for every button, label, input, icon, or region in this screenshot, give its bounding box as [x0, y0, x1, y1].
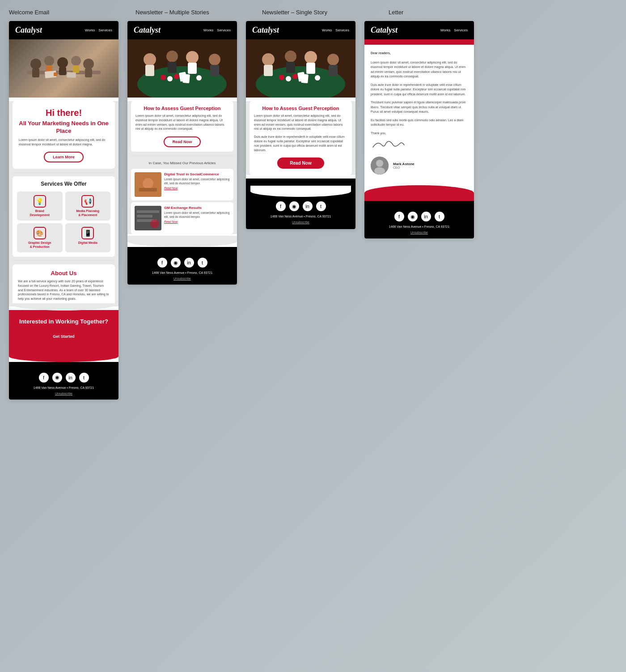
welcome-heading: Hi there!	[19, 107, 109, 118]
letter-para-1: Lorem ipsum dolor sit amet, consectetur …	[371, 60, 468, 79]
ns-social-icons: f ◉ in t	[250, 201, 351, 211]
welcome-logo: Catalyst	[15, 26, 42, 35]
ns-nav-works[interactable]: Works	[322, 28, 332, 32]
nm-main-article: How to Assess Guest Perception Lorem ips…	[131, 101, 233, 152]
service-brand-label: BrandDevelopment	[19, 209, 61, 217]
nm-facebook-icon[interactable]: f	[157, 258, 167, 268]
ns-instagram-icon[interactable]: ◉	[289, 201, 299, 211]
letter-social-icons: f ◉ in t	[369, 212, 470, 221]
about-body: We are a full-service agency with over 2…	[18, 279, 110, 301]
brand-icon: 💡	[34, 195, 46, 208]
label-newsletter-single: Newsletter – Single Story	[262, 9, 372, 16]
nm-nav-works[interactable]: Works	[203, 28, 214, 32]
svg-point-7	[71, 56, 81, 66]
get-started-button[interactable]: Get Started	[45, 332, 83, 341]
nm-linkedin-icon[interactable]: in	[184, 258, 194, 268]
svg-rect-27	[210, 65, 219, 76]
newsletter-multiple-template: Catalyst Works Services	[127, 21, 237, 285]
letter-avatar	[371, 157, 389, 174]
welcome-nav-services[interactable]: Services	[98, 28, 112, 32]
nm-unsubscribe[interactable]: Unsubscribe	[132, 277, 233, 280]
welcome-nav: Works Services	[85, 28, 112, 32]
letter-address: 1466 Van Ness Avenue • Fresno, CA 93721	[369, 225, 470, 228]
letter-closing: Thank you,	[371, 131, 468, 136]
letter-unsubscribe[interactable]: Unsubscribe	[369, 231, 470, 234]
nm-instagram-icon[interactable]: ◉	[171, 258, 181, 268]
nm-divider	[131, 155, 233, 156]
letter-salutation: Dear readers,	[371, 51, 468, 56]
letter-nav-works[interactable]: Works	[440, 28, 451, 32]
svg-point-3	[44, 56, 54, 66]
page-container: Welcome Email Newsletter – Multiple Stor…	[9, 9, 617, 400]
graphic-icon: 🎨	[34, 227, 46, 239]
ns-nav-services[interactable]: Services	[335, 28, 349, 32]
services-heading: Services We Offer	[17, 181, 110, 187]
letter-linkedin-icon[interactable]: in	[421, 212, 431, 221]
letter-facebook-icon[interactable]: f	[394, 212, 404, 221]
svg-point-50	[327, 54, 339, 65]
svg-rect-35	[137, 215, 152, 217]
ns-twitter-icon[interactable]: t	[316, 201, 326, 211]
service-digital: 📱 Digital Media	[65, 223, 111, 252]
svg-rect-45	[264, 65, 273, 76]
welcome-unsubscribe[interactable]: Unsubscribe	[13, 392, 114, 395]
nm-nav-services[interactable]: Services	[217, 28, 231, 32]
column-labels: Welcome Email Newsletter – Multiple Stor…	[9, 9, 617, 16]
ns-read-now-button[interactable]: Read Now	[277, 157, 324, 169]
svg-point-9	[83, 59, 94, 69]
letter-sig-name: Mark Astone	[393, 162, 415, 166]
letter-nav-services[interactable]: Services	[454, 28, 468, 32]
letter-header: Catalyst Works Services	[364, 21, 474, 39]
label-newsletter-multiple: Newsletter – Multiple Stories	[135, 9, 245, 16]
ns-linkedin-icon[interactable]: in	[303, 201, 313, 211]
ns-unsubscribe[interactable]: Unsubscribe	[250, 221, 351, 224]
newsletter-multiple-logo: Catalyst	[134, 26, 161, 35]
nm-address: 1466 Van Ness Avenue • Fresno, CA 93721	[132, 271, 233, 274]
svg-rect-8	[73, 65, 79, 73]
twitter-icon[interactable]: t	[79, 373, 89, 383]
nm-mini-2-link[interactable]: Read Now	[164, 220, 230, 223]
letter-red-bar	[364, 39, 474, 45]
newsletter-multiple-nav: Works Services	[203, 28, 231, 32]
ns-wave	[250, 186, 351, 197]
svg-point-43	[315, 75, 320, 81]
welcome-social-icons: f ◉ in t	[13, 373, 114, 383]
nm-mini-article-1-content: Digital Trust in SocialCommerce Lorem ip…	[164, 172, 230, 197]
instagram-icon[interactable]: ◉	[52, 373, 62, 383]
facebook-icon[interactable]: f	[39, 373, 49, 383]
letter-instagram-icon[interactable]: ◉	[408, 212, 418, 221]
svg-point-31	[143, 178, 153, 189]
svg-point-46	[285, 51, 296, 62]
linkedin-icon[interactable]: in	[66, 373, 76, 383]
letter-sig-title: CEO	[393, 166, 415, 169]
svg-point-41	[286, 76, 291, 81]
nm-mini-article-2-image	[135, 206, 161, 230]
service-brand: 💡 BrandDevelopment	[17, 191, 63, 221]
nm-twitter-icon[interactable]: t	[198, 258, 207, 268]
ns-facebook-icon[interactable]: f	[276, 201, 286, 211]
learn-more-button[interactable]: Learn More	[44, 152, 84, 162]
welcome-about-section: About Us We are a full-service agency wi…	[13, 264, 115, 306]
nm-mini-2-body: Lorem ipsum dolor sit amet, consectetur …	[164, 211, 230, 219]
nm-mini-article-2-content: GM Exchange Results Lorem ipsum dolor si…	[164, 206, 230, 230]
welcome-subheading: All Your Marketing Needs in One Place	[19, 120, 109, 135]
ns-article-heading: How to Assess Guest Perception	[254, 106, 347, 111]
svg-point-26	[209, 54, 220, 65]
nm-mini-2-title: GM Exchange Results	[164, 206, 230, 210]
welcome-nav-works[interactable]: Works	[85, 28, 95, 32]
svg-rect-23	[168, 62, 177, 73]
letter-twitter-icon[interactable]: t	[435, 212, 444, 221]
welcome-divider-2	[13, 260, 115, 261]
newsletter-single-hero-image	[246, 39, 355, 98]
svg-point-40	[279, 75, 284, 80]
label-letter: Letter	[389, 9, 498, 16]
nm-mini-1-link[interactable]: Read Now	[164, 187, 230, 190]
nm-mini-article-1: Digital Trust in SocialCommerce Lorem ip…	[131, 169, 233, 200]
svg-point-56	[374, 167, 385, 174]
digital-icon: 📱	[81, 227, 94, 239]
nm-read-now-button[interactable]: Read Now	[164, 136, 201, 147]
newsletter-multiple-header: Catalyst Works Services	[127, 21, 237, 39]
letter-para-3: Tincidunt nunc pulvinar sapien et ligula…	[371, 100, 468, 115]
newsletter-single-logo: Catalyst	[252, 26, 279, 35]
welcome-divider-1	[13, 172, 115, 173]
